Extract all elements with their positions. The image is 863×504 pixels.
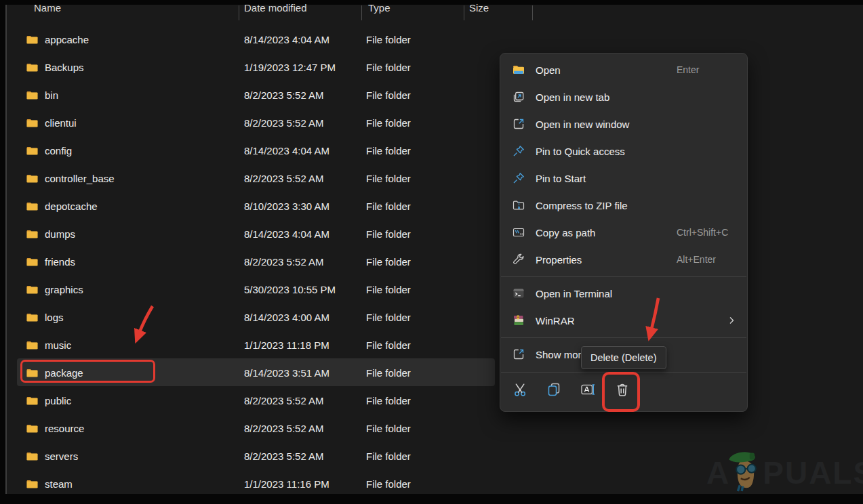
file-type: File folder xyxy=(366,228,411,239)
folder-icon xyxy=(26,145,39,156)
cut-icon xyxy=(513,381,529,398)
file-type: File folder xyxy=(366,450,411,461)
file-date: 8/14/2023 3:51 AM xyxy=(244,366,329,378)
file-date: 8/14/2023 4:04 AM xyxy=(244,228,329,239)
column-header-date-modified[interactable]: Date modified xyxy=(244,2,307,14)
folder-icon xyxy=(26,312,39,322)
file-name: Backups xyxy=(45,61,84,72)
file-date: 1/19/2023 12:47 PM xyxy=(244,61,336,72)
file-row-steam[interactable]: steam 1/1/2023 11:16 PM File folder xyxy=(17,469,495,497)
open-new-window-icon xyxy=(512,117,525,131)
menu-item-shortcut: Alt+Enter xyxy=(677,254,716,265)
menu-item-label: Pin to Start xyxy=(536,173,586,184)
file-type: File folder xyxy=(366,117,411,128)
copy-button[interactable] xyxy=(540,376,567,403)
menu-item-compress-to-zip[interactable]: Compress to ZIP file xyxy=(504,192,745,219)
file-name: bin xyxy=(45,89,58,100)
file-type: File folder xyxy=(366,61,411,72)
column-separator[interactable] xyxy=(464,5,464,20)
file-date: 8/2/2023 5:52 AM xyxy=(244,255,324,267)
file-name: resource xyxy=(45,422,84,434)
pin-icon xyxy=(512,171,525,185)
copy-path-icon xyxy=(512,226,525,239)
file-date: 8/14/2023 4:04 AM xyxy=(244,33,329,45)
column-header-type[interactable]: Type xyxy=(368,2,390,14)
menu-item-copy-as-path[interactable]: Copy as path Ctrl+Shift+C xyxy=(504,219,745,246)
menu-item-pin-to-start[interactable]: Pin to Start xyxy=(504,165,745,192)
folder-icon xyxy=(26,478,39,489)
delete-tooltip: Delete (Delete) xyxy=(581,346,666,369)
file-row-logs[interactable]: logs 8/14/2023 4:00 AM File folder xyxy=(17,303,495,331)
menu-item-label: Pin to Quick access xyxy=(536,146,625,157)
column-separator[interactable] xyxy=(239,5,239,20)
column-header-name[interactable]: Name xyxy=(34,2,61,14)
menu-item-open-in-new-window[interactable]: Open in new window xyxy=(504,110,745,138)
file-type: File folder xyxy=(366,283,411,295)
folder-icon xyxy=(26,339,39,350)
file-row-backups[interactable]: Backups 1/19/2023 12:47 PM File folder xyxy=(17,53,495,81)
file-row-clientui[interactable]: clientui 8/2/2023 5:52 AM File folder xyxy=(17,108,495,136)
file-row-friends[interactable]: friends 8/2/2023 5:52 AM File folder xyxy=(17,247,495,275)
file-row-resource[interactable]: resource 8/2/2023 5:52 AM File folder xyxy=(17,414,495,442)
file-date: 8/2/2023 5:52 AM xyxy=(244,172,324,184)
folder-icon xyxy=(26,450,39,461)
file-row-graphics[interactable]: graphics 5/30/2023 10:55 PM File folder xyxy=(17,275,495,303)
file-date: 8/2/2023 5:52 AM xyxy=(244,394,324,406)
folder-icon xyxy=(26,284,39,295)
file-date: 1/1/2023 11:18 PM xyxy=(244,339,329,350)
file-date: 8/2/2023 5:52 AM xyxy=(244,422,324,434)
cut-button[interactable] xyxy=(507,376,534,403)
file-type: File folder xyxy=(366,144,411,156)
folder-icon xyxy=(26,256,39,267)
file-row-bin[interactable]: bin 8/2/2023 5:52 AM File folder xyxy=(17,81,495,108)
file-row-servers[interactable]: servers 8/2/2023 5:52 AM File folder xyxy=(17,442,495,469)
rename-button[interactable] xyxy=(574,376,601,403)
column-separator[interactable] xyxy=(532,5,533,20)
file-row-config[interactable]: config 8/14/2023 4:04 AM File folder xyxy=(17,136,495,164)
file-name: graphics xyxy=(45,283,83,295)
file-type: File folder xyxy=(366,339,411,350)
file-row-depotcache[interactable]: depotcache 8/10/2023 3:30 AM File folder xyxy=(17,192,495,219)
file-name: appcache xyxy=(45,33,89,45)
file-type: File folder xyxy=(366,394,411,406)
menu-item-label: Copy as path xyxy=(536,227,595,238)
rename-icon xyxy=(580,381,596,398)
watermark-text-right: PUALS xyxy=(763,454,863,492)
file-row-public[interactable]: public 8/2/2023 5:52 AM File folder xyxy=(17,386,495,414)
file-row-appcache[interactable]: appcache 8/14/2023 4:04 AM File folder xyxy=(17,25,495,53)
file-name: friends xyxy=(45,255,75,267)
file-name: clientui xyxy=(45,117,77,128)
folder-icon xyxy=(26,201,39,211)
folder-icon xyxy=(26,117,39,128)
folder-icon xyxy=(26,34,39,45)
menu-item-open-in-terminal[interactable]: Open in Terminal xyxy=(504,280,745,307)
file-date: 8/14/2023 4:00 AM xyxy=(244,311,329,322)
file-date: 8/10/2023 3:30 AM xyxy=(244,200,329,211)
copy-icon xyxy=(546,381,562,398)
wrench-icon xyxy=(512,253,525,266)
file-name: music xyxy=(45,339,71,350)
annotation-box-package xyxy=(20,360,155,383)
file-name: steam xyxy=(45,478,73,489)
zip-folder-icon xyxy=(512,198,525,212)
file-row-controller-base[interactable]: controller_base 8/2/2023 5:52 AM File fo… xyxy=(17,164,495,192)
menu-item-label: Properties xyxy=(536,254,582,266)
menu-item-open[interactable]: Open Enter xyxy=(504,56,745,83)
menu-item-open-in-new-tab[interactable]: Open in new tab xyxy=(504,83,745,110)
file-type: File folder xyxy=(366,172,411,184)
menu-item-properties[interactable]: Properties Alt+Enter xyxy=(504,246,745,273)
folder-icon xyxy=(26,423,39,434)
column-separator[interactable] xyxy=(361,5,362,20)
folder-icon xyxy=(26,89,39,100)
menu-item-pin-to-quick-access[interactable]: Pin to Quick access xyxy=(504,138,745,165)
menu-item-shortcut: Enter xyxy=(677,64,699,75)
winrar-icon xyxy=(512,314,525,327)
column-header-size[interactable]: Size xyxy=(469,2,489,14)
file-row-music[interactable]: music 1/1/2023 11:18 PM File folder xyxy=(17,331,495,358)
file-type: File folder xyxy=(366,33,411,45)
file-type: File folder xyxy=(366,478,411,489)
menu-item-winrar[interactable]: WinRAR xyxy=(504,307,745,334)
menu-item-shortcut: Ctrl+Shift+C xyxy=(677,227,728,238)
file-row-dumps[interactable]: dumps 8/14/2023 4:04 AM File folder xyxy=(17,219,495,247)
file-name: controller_base xyxy=(45,172,115,184)
